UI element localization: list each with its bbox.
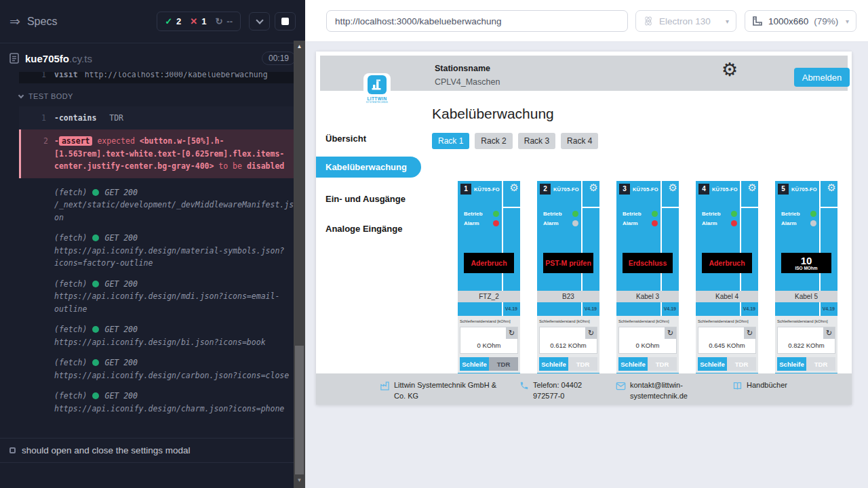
stop-icon <box>281 18 289 25</box>
next-test-row[interactable]: should open and close the settings modal <box>0 438 294 463</box>
email-text: kontakt@littwin-systemtechnik.de <box>630 380 698 402</box>
browser-select[interactable]: Electron 130 ▾ <box>635 10 736 32</box>
alarm-led <box>572 220 578 226</box>
browser-name: Electron 130 <box>659 16 711 26</box>
settings-gear-icon[interactable]: ⚙ <box>722 61 738 79</box>
line-number: 1 <box>19 112 46 124</box>
alarm-label: Alarm <box>464 220 479 226</box>
footer-email[interactable]: kontakt@littwin-systemtechnik.de <box>616 380 698 402</box>
status-text: Erdschluss <box>629 259 667 267</box>
resistance-value: 0 KOhm <box>619 342 676 349</box>
sidebar-item-kabelueberwachung[interactable]: Kabelüberwachung <box>316 157 421 178</box>
tab-rack-2[interactable]: Rack 2 <box>475 133 512 149</box>
fetch-url: /_next/static/development/_devMiddleware… <box>54 200 294 222</box>
fetch-log-row[interactable]: (fetch)GET 200 https://api.iconify.desig… <box>19 390 294 415</box>
tab-rack-4[interactable]: Rack 4 <box>561 133 598 149</box>
schleife-button[interactable]: Schleife <box>698 357 727 371</box>
tdr-button[interactable]: TDR <box>806 357 835 371</box>
cable-name: B23 <box>537 291 599 302</box>
module-gear-icon[interactable]: ⚙ <box>510 182 519 192</box>
spec-name: kue705fo <box>25 53 69 64</box>
visit-command-row[interactable]: 1 visithttp://localhost:3000/kabelueberw… <box>19 72 294 83</box>
tdr-button[interactable]: TDR <box>727 357 756 371</box>
scroll-down-arrow-icon[interactable]: ▼ <box>294 477 305 483</box>
module-card-4: 4 KÜ705-FO ⚙ Betrieb Alarm Aderbruch Kab… <box>696 181 758 379</box>
stat-pending: ↻ -- <box>215 16 233 26</box>
resistance-box: ↻ 0.645 KOhm <box>698 327 756 354</box>
fetch-log-row[interactable]: (fetch)GET 200 https://api.iconify.desig… <box>19 357 294 382</box>
failed-count: 1 <box>201 16 206 26</box>
collapse-button[interactable] <box>249 12 270 30</box>
iso-value: 10 <box>801 256 812 266</box>
sidebar-item-uebersicht[interactable]: Übersicht <box>326 134 366 144</box>
divider <box>503 207 520 208</box>
refresh-icon[interactable]: ↻ <box>665 327 676 339</box>
status-display: Erdschluss <box>623 253 673 273</box>
tab-rack-1[interactable]: Rack 1 <box>432 133 469 149</box>
tab-rack-3[interactable]: Rack 3 <box>518 133 555 149</box>
spec-file-icon <box>9 53 19 64</box>
resistance-label: Schleifenwiderstand [kOhm] <box>539 319 590 323</box>
refresh-icon[interactable]: ↻ <box>506 327 517 339</box>
footer-phone[interactable]: Telefon: 04402 972577-0 <box>519 380 609 402</box>
sidebar-item-ein-und-ausgaenge[interactable]: Ein- und Ausgänge <box>326 194 406 204</box>
module-gear-icon[interactable]: ⚙ <box>827 182 836 192</box>
specs-menu-icon[interactable]: ⇒ <box>9 14 20 29</box>
schleife-button[interactable]: Schleife <box>618 357 648 371</box>
next-test-title: should open and close the settings modal <box>22 445 190 455</box>
viewport-size-select[interactable]: 1000x660 (79%) ▾ <box>745 10 856 32</box>
email-icon <box>616 381 626 402</box>
schleife-button[interactable]: Schleife <box>777 357 806 371</box>
measurement-section: Schleifenwiderstand [kOhm] ↻ 0 KOhm Schl… <box>616 316 679 373</box>
contains-command-row[interactable]: 1 contains TDR <box>19 106 294 129</box>
betrieb-led <box>731 211 737 217</box>
refresh-icon[interactable]: ↻ <box>744 327 755 339</box>
passed-count: 2 <box>176 16 181 26</box>
scroll-up-arrow-icon[interactable]: ▲ <box>294 43 305 49</box>
fetch-label: (fetch) <box>54 390 87 403</box>
logout-button[interactable]: Abmelden <box>794 68 850 87</box>
assert-to-be: to be <box>218 161 242 171</box>
betrieb-label: Betrieb <box>543 211 562 217</box>
fetch-method: GET 200 <box>104 323 137 336</box>
footer-manuals[interactable]: Handbücher <box>732 380 787 391</box>
module-gear-icon[interactable]: ⚙ <box>589 182 598 192</box>
divider <box>819 302 821 316</box>
module-model: KÜ705-FO <box>474 186 500 192</box>
command-name: contains <box>54 113 96 123</box>
fetch-log-row[interactable]: (fetch)GET 200 https://api.iconify.desig… <box>19 278 294 316</box>
page-title: Kabelüberwachung <box>432 106 554 122</box>
cable-name: FTZ_2 <box>458 291 520 302</box>
cable-name: Kabel 3 <box>616 291 679 302</box>
line-number: 1 <box>19 72 46 79</box>
tdr-button[interactable]: TDR <box>489 357 518 371</box>
command-arg: TDR <box>109 113 123 123</box>
measurement-section: Schleifenwiderstand [kOhm] ↻ 0.612 KOhm … <box>537 316 599 373</box>
tdr-button[interactable]: TDR <box>568 357 597 371</box>
fetch-method: GET 200 <box>104 357 137 369</box>
test-body-toggle[interactable]: TEST BODY <box>0 83 305 106</box>
module-number: 1 <box>460 184 471 195</box>
scrollbar-thumb[interactable] <box>295 346 304 474</box>
test-stats[interactable]: ✓ 2 ✕ 1 ↻ -- <box>157 12 241 31</box>
reporter-scrollbar[interactable]: ▲ ▼ <box>294 41 305 488</box>
schleife-button[interactable]: Schleife <box>539 357 568 371</box>
resistance-box: ↻ 0.822 KOhm <box>777 327 835 354</box>
fetch-log-row[interactable]: (fetch)GET 200 https://api.iconify.desig… <box>19 232 294 270</box>
fetch-log-row[interactable]: (fetch)GET 200 /_next/static/development… <box>19 186 294 224</box>
chevron-down-icon <box>18 92 24 98</box>
refresh-icon[interactable]: ↻ <box>585 327 597 339</box>
module-number: 2 <box>540 184 551 195</box>
cypress-reporter-panel: ⇒ Specs ✓ 2 ✕ 1 ↻ -- <box>0 0 305 488</box>
stop-run-button[interactable] <box>275 12 296 30</box>
module-gear-icon[interactable]: ⚙ <box>748 182 757 192</box>
module-gear-icon[interactable]: ⚙ <box>669 182 677 192</box>
url-input[interactable] <box>326 10 628 32</box>
schleife-button[interactable]: Schleife <box>460 357 489 371</box>
tdr-button[interactable]: TDR <box>648 357 677 371</box>
assert-failed-row[interactable]: 2 -assert expected <button.w-[50%].h-[1.… <box>19 129 294 178</box>
sidebar-item-analoge-eingaenge[interactable]: Analoge Eingänge <box>326 224 402 234</box>
refresh-icon[interactable]: ↻ <box>823 327 835 339</box>
spec-file-row[interactable]: kue705fo .cy.ts 00:19 <box>0 43 305 72</box>
fetch-log-row[interactable]: (fetch)GET 200 https://api.iconify.desig… <box>19 323 294 348</box>
